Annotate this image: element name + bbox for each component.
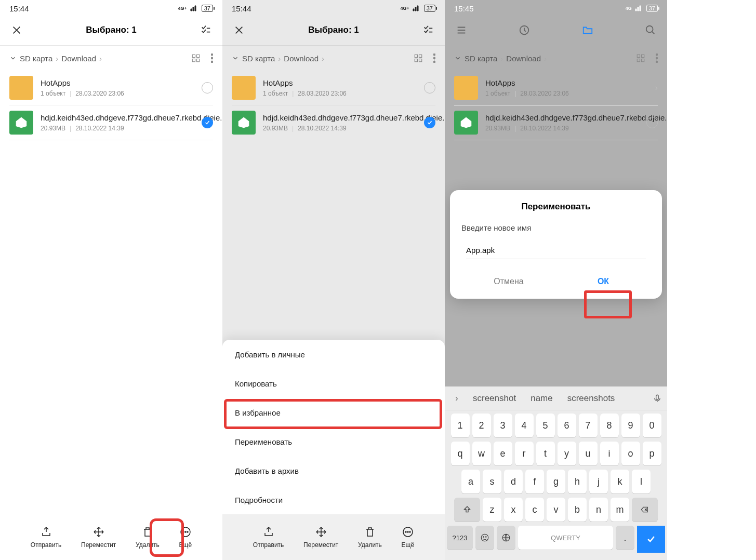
filename-input[interactable]	[466, 242, 646, 259]
backspace-key[interactable]	[632, 498, 658, 522]
select-check[interactable]	[202, 82, 213, 94]
key-1[interactable]: 1	[451, 414, 470, 437]
menu-add-private[interactable]: Добавить в личные	[222, 340, 445, 369]
select-all-icon[interactable]	[198, 23, 213, 37]
key-g[interactable]: g	[547, 470, 565, 494]
key-b[interactable]: b	[568, 498, 587, 522]
key-f[interactable]: f	[525, 470, 544, 494]
breadcrumb[interactable]: SD карта › Download ›	[9, 54, 102, 63]
select-all-icon[interactable]	[421, 23, 435, 37]
list-item[interactable]: HotApps 1 объект| 28.03.2020 23:06	[232, 71, 435, 105]
select-check[interactable]	[424, 117, 435, 128]
move-button[interactable]: Переместит	[81, 526, 116, 549]
more-button[interactable]: Ещё	[179, 526, 192, 549]
more-vert-icon[interactable]	[656, 54, 658, 63]
key-s[interactable]: s	[483, 470, 501, 494]
folder-tab-icon[interactable]	[580, 23, 595, 37]
emoji-key[interactable]	[475, 526, 494, 550]
menu-favorite[interactable]: В избранное	[222, 398, 445, 427]
key-w[interactable]: w	[472, 442, 491, 465]
menu-rename[interactable]: Переименовать	[222, 427, 445, 456]
send-button[interactable]: Отправить	[253, 526, 284, 549]
list-item[interactable]: hdjd.keidh43ed.dhdgeve.f773gd.dheue7.rke…	[454, 105, 658, 140]
key-9[interactable]: 9	[621, 414, 640, 437]
action-label: Ещё	[402, 541, 415, 549]
key-h[interactable]: h	[568, 470, 587, 494]
suggestion[interactable]: screenshot	[468, 393, 521, 404]
language-key[interactable]	[497, 526, 515, 550]
recent-icon[interactable]	[517, 23, 532, 37]
svg-point-16	[433, 57, 435, 59]
suggestion[interactable]: screenshots	[562, 393, 620, 404]
key-0[interactable]: 0	[643, 414, 661, 437]
close-icon[interactable]	[9, 23, 24, 37]
key-k[interactable]: k	[611, 470, 629, 494]
key-p[interactable]: p	[643, 442, 661, 465]
shift-key[interactable]	[454, 498, 480, 522]
key-m[interactable]: m	[611, 498, 629, 522]
key-r[interactable]: r	[515, 442, 534, 465]
dialog-label: Введите новое имя	[461, 223, 651, 232]
list-item[interactable]: hdjd.keidh43ed.dhdgeve.f773gd.dheue7.rke…	[9, 105, 213, 140]
key-l[interactable]: l	[632, 470, 651, 494]
key-7[interactable]: 7	[579, 414, 598, 437]
more-vert-icon[interactable]	[211, 54, 213, 63]
select-check[interactable]	[646, 117, 658, 128]
list-item[interactable]: hdjd.keidh43ed.dhdgeve.f773gd.dheue7.rke…	[232, 105, 435, 140]
key-j[interactable]: j	[589, 470, 608, 494]
menu-copy[interactable]: Копировать	[222, 369, 445, 398]
key-e[interactable]: e	[494, 442, 512, 465]
menu-archive[interactable]: Добавить в архив	[222, 456, 445, 485]
folder-icon	[9, 76, 33, 100]
key-6[interactable]: 6	[558, 414, 576, 437]
space-key[interactable]: QWERTY	[518, 526, 613, 550]
key-v[interactable]: v	[547, 498, 565, 522]
cancel-button[interactable]: Отмена	[461, 270, 556, 294]
breadcrumb[interactable]: SD карта › Download ›	[232, 54, 324, 63]
key-c[interactable]: c	[525, 498, 544, 522]
menu-details[interactable]: Подробности	[222, 485, 445, 514]
grid-view-icon[interactable]	[414, 54, 423, 63]
suggestion[interactable]: name	[525, 393, 558, 404]
key-z[interactable]: z	[483, 498, 501, 522]
key-q[interactable]: q	[451, 442, 470, 465]
ok-button[interactable]: ОК	[556, 270, 651, 294]
key-t[interactable]: t	[536, 442, 555, 465]
more-button[interactable]: Ещё	[402, 526, 415, 549]
key-d[interactable]: d	[504, 470, 523, 494]
key-2[interactable]: 2	[472, 414, 491, 437]
key-n[interactable]: n	[589, 498, 608, 522]
symbols-key[interactable]: ?123	[447, 526, 473, 550]
more-vert-icon[interactable]	[433, 54, 435, 63]
search-icon[interactable]	[643, 23, 658, 37]
list-item[interactable]: HotApps 1 объект| 28.03.2020 23:06 ›	[454, 71, 658, 105]
enter-key[interactable]	[637, 526, 665, 553]
key-4[interactable]: 4	[515, 414, 534, 437]
breadcrumb-row: SD карта › Download ›	[445, 46, 667, 71]
key-i[interactable]: i	[600, 442, 619, 465]
key-o[interactable]: o	[621, 442, 640, 465]
key-a[interactable]: a	[461, 470, 480, 494]
move-button[interactable]: Переместит	[303, 526, 338, 549]
key-3[interactable]: 3	[494, 414, 512, 437]
delete-button[interactable]: Удалить	[136, 526, 160, 549]
list-item[interactable]: HotApps 1 объект| 28.03.2020 23:06	[9, 71, 213, 105]
key-u[interactable]: u	[579, 442, 598, 465]
key-y[interactable]: y	[558, 442, 576, 465]
breadcrumb[interactable]: SD карта › Download ›	[454, 54, 547, 63]
delete-button[interactable]: Удалить	[358, 526, 382, 549]
period-key[interactable]: .	[616, 526, 634, 550]
mic-icon[interactable]	[653, 394, 662, 403]
select-check[interactable]	[424, 82, 435, 94]
key-8[interactable]: 8	[600, 414, 619, 437]
close-icon[interactable]	[232, 23, 246, 37]
key-x[interactable]: x	[504, 498, 523, 522]
grid-view-icon[interactable]	[636, 54, 645, 63]
menu-icon[interactable]	[454, 23, 469, 37]
chevron-right-icon[interactable]: ›	[450, 392, 463, 405]
grid-view-icon[interactable]	[191, 54, 201, 63]
send-button[interactable]: Отправить	[31, 526, 62, 549]
breadcrumb-sub: Download	[61, 54, 96, 63]
key-5[interactable]: 5	[536, 414, 555, 437]
select-check[interactable]	[202, 117, 213, 128]
